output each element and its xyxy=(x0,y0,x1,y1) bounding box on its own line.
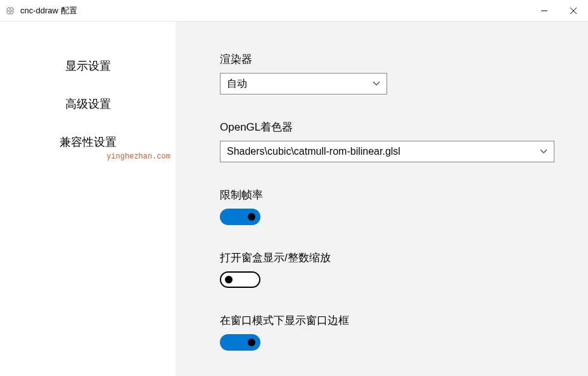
limit-fps-label: 限制帧率 xyxy=(220,188,556,202)
limit-fps-toggle[interactable] xyxy=(220,209,260,225)
svg-point-0 xyxy=(9,10,11,12)
titlebar: cnc-ddraw 配置 xyxy=(0,0,588,22)
window-title: cnc-ddraw 配置 xyxy=(20,5,530,16)
renderer-value: 自动 xyxy=(227,77,247,91)
setting-renderer: 渲染器 自动 xyxy=(220,52,556,94)
sidebar-item-display[interactable]: 显示设置 xyxy=(0,47,176,85)
border-label: 在窗口模式下显示窗口边框 xyxy=(220,313,556,328)
sidebar: 显示设置 高级设置 兼容性设置 yinghezhan.com xyxy=(0,22,176,376)
shader-select[interactable]: Shaders\cubic\catmull-rom-bilinear.glsl xyxy=(220,141,554,162)
minimize-button[interactable] xyxy=(530,0,559,21)
renderer-label: 渲染器 xyxy=(220,52,556,67)
close-button[interactable] xyxy=(559,0,588,21)
window-controls xyxy=(530,0,588,21)
chevron-down-icon xyxy=(373,79,380,88)
sidebar-item-label: 显示设置 xyxy=(65,60,111,72)
main-panel: 渲染器 自动 OpenGL着色器 Shaders\cubic\catmull-r… xyxy=(176,22,588,376)
boxing-label: 打开窗盒显示/整数缩放 xyxy=(220,250,556,265)
toggle-knob xyxy=(248,339,255,346)
sidebar-item-label: 兼容性设置 xyxy=(60,136,117,148)
watermark-text: yinghezhan.com xyxy=(106,152,170,161)
setting-boxing: 打开窗盒显示/整数缩放 xyxy=(220,250,556,288)
sidebar-item-label: 高级设置 xyxy=(65,98,111,110)
setting-limit-fps: 限制帧率 xyxy=(220,188,556,225)
app-icon xyxy=(5,6,15,16)
chevron-down-icon xyxy=(540,147,547,156)
renderer-select[interactable]: 自动 xyxy=(220,73,387,94)
setting-border: 在窗口模式下显示窗口边框 xyxy=(220,313,556,351)
toggle-knob xyxy=(225,276,233,283)
shader-value: Shaders\cubic\catmull-rom-bilinear.glsl xyxy=(227,146,400,157)
toggle-knob xyxy=(248,213,255,221)
sidebar-item-advanced[interactable]: 高级设置 xyxy=(0,85,176,123)
border-toggle[interactable] xyxy=(220,334,260,351)
setting-shader: OpenGL着色器 Shaders\cubic\catmull-rom-bili… xyxy=(220,120,556,162)
shader-label: OpenGL着色器 xyxy=(220,120,556,134)
boxing-toggle[interactable] xyxy=(220,271,260,288)
